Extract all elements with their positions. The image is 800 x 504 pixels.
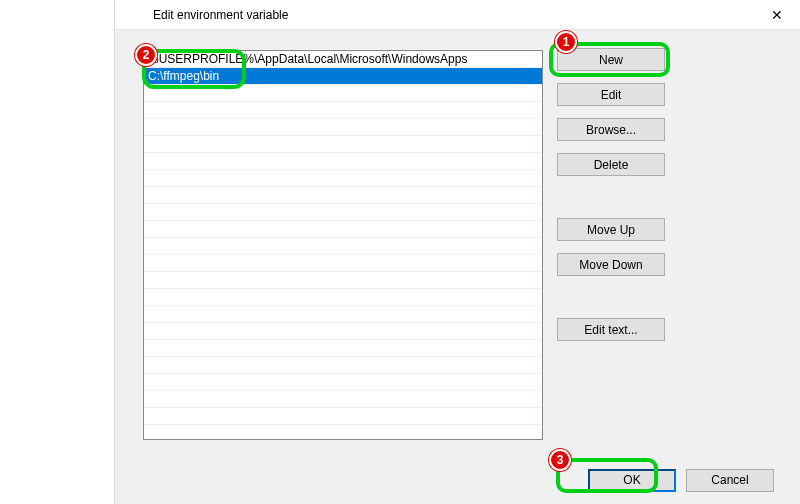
list-item-selected[interactable]: C:\ffmpeg\bin [144,68,542,85]
list-item-empty[interactable] [144,102,542,119]
titlebar: Edit environment variable ✕ [115,0,800,30]
list-item-empty[interactable] [144,391,542,408]
list-item-empty[interactable] [144,170,542,187]
delete-button[interactable]: Delete [557,153,665,176]
edit-button[interactable]: Edit [557,83,665,106]
close-icon: ✕ [771,7,783,23]
new-button[interactable]: New [557,48,665,71]
cancel-button[interactable]: Cancel [686,469,774,492]
list-item[interactable]: %USERPROFILE%\AppData\Local\Microsoft\Wi… [144,51,542,68]
list-item-empty[interactable] [144,204,542,221]
list-item-empty[interactable] [144,85,542,102]
move-down-button[interactable]: Move Down [557,253,665,276]
bottom-button-row: OK Cancel [115,460,800,500]
list-item-empty[interactable] [144,306,542,323]
edit-text-button[interactable]: Edit text... [557,318,665,341]
browse-button[interactable]: Browse... [557,118,665,141]
list-item-empty[interactable] [144,272,542,289]
dialog-title: Edit environment variable [153,8,288,22]
list-item-empty[interactable] [144,187,542,204]
dialog-window: Edit environment variable ✕ %USERPROFILE… [114,0,800,504]
list-item-empty[interactable] [144,119,542,136]
dialog-body: %USERPROFILE%\AppData\Local\Microsoft\Wi… [115,30,800,504]
close-button[interactable]: ✕ [754,0,800,30]
move-up-button[interactable]: Move Up [557,218,665,241]
list-item-empty[interactable] [144,374,542,391]
list-item-empty[interactable] [144,221,542,238]
list-item-empty[interactable] [144,340,542,357]
list-item-empty[interactable] [144,289,542,306]
list-item-empty[interactable] [144,136,542,153]
list-item-empty[interactable] [144,357,542,374]
list-item-empty[interactable] [144,323,542,340]
list-item-empty[interactable] [144,408,542,425]
path-listbox[interactable]: %USERPROFILE%\AppData\Local\Microsoft\Wi… [143,50,543,440]
ok-button[interactable]: OK [588,469,676,492]
list-item-empty[interactable] [144,255,542,272]
list-item-empty[interactable] [144,238,542,255]
list-item-empty[interactable] [144,153,542,170]
side-button-column: New Edit Browse... Delete Move Up Move D… [557,48,665,353]
